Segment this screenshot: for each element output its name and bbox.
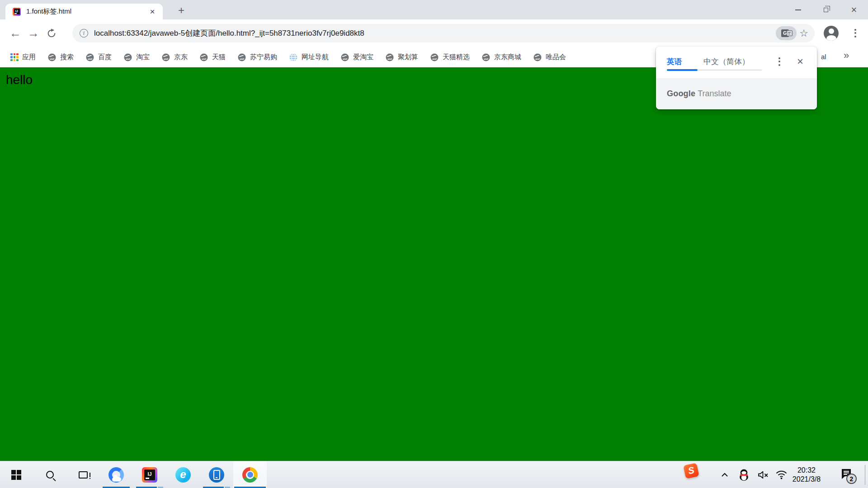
bookmark-item[interactable]: 唯品会: [527, 50, 572, 65]
bookmarks-overflow-chevron-icon[interactable]: »: [844, 50, 849, 61]
bookmark-item[interactable]: 苏宁易购: [231, 50, 283, 65]
blue-globe-icon: [289, 53, 298, 62]
bookmark-label: 应用: [22, 53, 36, 61]
globe-icon: [85, 53, 94, 62]
bookmark-item[interactable]: 聚划算: [379, 50, 424, 65]
windows-taskbar: IJ e S: [0, 461, 868, 488]
google-logo-text: Google: [667, 89, 695, 99]
desktop-screen: IJ 1.font标签.html × + × ← → i localhost:6…: [0, 0, 868, 488]
search-icon: [46, 471, 54, 479]
minimize-button[interactable]: [784, 0, 812, 19]
tray-qq-button[interactable]: [735, 461, 752, 488]
minimize-icon: [795, 9, 801, 10]
sogou-input-icon[interactable]: S: [683, 463, 699, 479]
intellij-favicon-underline: [14, 13, 17, 14]
task-view-icon: [79, 471, 88, 479]
taskbar-clock[interactable]: 20:32 2021/3/8: [786, 461, 827, 488]
bookmark-item[interactable]: 天猫精选: [424, 50, 476, 65]
bookmark-apps[interactable]: 应用: [5, 50, 42, 65]
apps-grid-icon: [10, 53, 19, 61]
globe-icon: [47, 53, 57, 62]
bookmark-label: 京东: [174, 53, 188, 61]
bookmark-item[interactable]: 百度: [80, 50, 118, 65]
bookmark-star-icon[interactable]: ☆: [799, 28, 808, 39]
show-desktop-divider[interactable]: [865, 465, 865, 485]
bookmark-label: 聚划算: [398, 53, 418, 61]
globe-icon: [340, 53, 349, 62]
browser-tab[interactable]: IJ 1.font标签.html ×: [5, 4, 163, 19]
bookmark-item[interactable]: 京东商城: [476, 50, 527, 65]
volume-muted-button[interactable]: [754, 461, 772, 488]
bookmark-label: 唯品会: [546, 53, 566, 61]
globe-icon: [481, 53, 491, 62]
translate-button[interactable]: G: [776, 26, 797, 40]
taskbar-qq-browser[interactable]: [99, 461, 133, 488]
globe-icon: [199, 53, 208, 62]
notification-badge: 2: [846, 474, 857, 484]
bookmark-item[interactable]: 天猫: [193, 50, 231, 65]
taskbar-intellij[interactable]: IJ: [133, 461, 166, 488]
clock-time: 20:32: [797, 466, 816, 475]
taskbar-search-button[interactable]: [38, 461, 61, 488]
tab-title: 1.font标签.html: [26, 7, 147, 16]
page-info-icon[interactable]: i: [80, 29, 88, 38]
task-view-button[interactable]: [71, 461, 95, 488]
tray-expand-button[interactable]: [717, 461, 732, 488]
action-center-button[interactable]: 2: [835, 461, 861, 488]
taskbar-edge[interactable]: e: [166, 461, 200, 488]
globe-icon: [237, 53, 246, 62]
reload-button[interactable]: [42, 19, 61, 47]
intellij-favicon-icon: IJ: [13, 8, 21, 16]
bookmark-label-partial[interactable]: al: [821, 53, 826, 61]
translate-branding: Google Translate: [656, 78, 817, 109]
qq-browser-icon: [108, 467, 124, 483]
bookmark-label: 天猫精选: [443, 53, 470, 61]
restore-button[interactable]: [812, 0, 840, 19]
chrome-tabstrip: IJ 1.font标签.html × + ×: [0, 0, 868, 19]
bookmark-item[interactable]: 淘宝: [118, 50, 156, 65]
browser-toolbar: ← → i localhost:63342/javaweb-5创建页面/hell…: [0, 19, 868, 47]
start-button[interactable]: [4, 461, 29, 488]
intellij-icon: IJ: [142, 467, 157, 483]
close-button[interactable]: ×: [840, 0, 868, 19]
bookmark-item[interactable]: 网址导航: [283, 50, 335, 65]
bookmark-label: 爱淘宝: [353, 53, 373, 61]
chrome-icon: [242, 467, 258, 483]
edge-icon: e: [175, 467, 191, 483]
url-text[interactable]: localhost:63342/javaweb-5创建页面/hello.html…: [94, 28, 776, 38]
translate-close-button[interactable]: ×: [793, 54, 808, 69]
active-tab-underline: [667, 69, 698, 71]
window-controls: ×: [784, 0, 868, 19]
chrome-menu-button[interactable]: [849, 27, 862, 39]
target-language-tab[interactable]: 中文（简体）: [703, 56, 750, 67]
profile-avatar[interactable]: [824, 26, 839, 41]
taskbar-chrome[interactable]: [233, 461, 267, 488]
back-button[interactable]: ←: [6, 19, 24, 47]
bookmark-label: 百度: [98, 53, 112, 61]
bookmark-item[interactable]: 京东: [156, 50, 193, 65]
google-translate-popup: 英语 中文（简体） × Google Translate: [656, 47, 817, 109]
address-bar[interactable]: i localhost:63342/javaweb-5创建页面/hello.ht…: [72, 24, 815, 42]
new-tab-button[interactable]: +: [175, 4, 188, 18]
source-language-tab[interactable]: 英语: [667, 56, 682, 67]
reload-icon: [47, 28, 57, 38]
forward-button[interactable]: →: [24, 19, 42, 47]
bookmark-label: 苏宁易购: [250, 53, 277, 61]
volume-muted-icon: [757, 470, 769, 480]
bookmark-label: 京东商城: [494, 53, 521, 61]
translate-icon-overlay: [787, 30, 793, 36]
globe-icon: [430, 53, 439, 62]
tab-close-icon[interactable]: ×: [147, 7, 157, 17]
translate-options-button[interactable]: [773, 54, 786, 69]
translate-language-tabs: 英语 中文（简体） ×: [656, 47, 817, 78]
bookmark-label: 网址导航: [302, 53, 329, 61]
qq-penguin-icon: [738, 469, 750, 481]
taskbar-phone-app[interactable]: [200, 461, 233, 488]
bookmark-label: 天猫: [212, 53, 226, 61]
globe-icon: [123, 53, 132, 62]
page-text: hello: [6, 73, 33, 87]
restore-icon: [824, 8, 828, 12]
bookmark-item[interactable]: 搜索: [42, 50, 80, 65]
bookmark-item[interactable]: 爱淘宝: [335, 50, 379, 65]
windows-logo-icon: [11, 470, 21, 480]
